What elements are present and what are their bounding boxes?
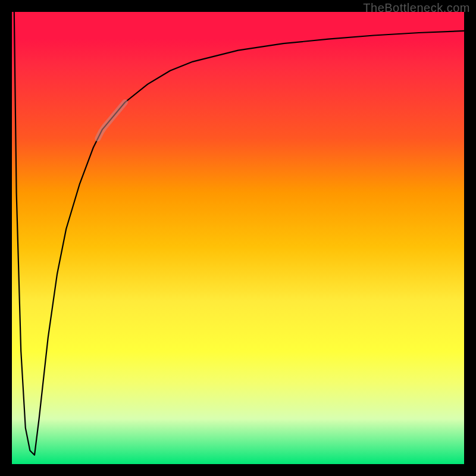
chart-stage: TheBottleneck.com <box>0 0 476 476</box>
bottleneck-curve <box>14 12 464 455</box>
curve-svg <box>12 12 464 464</box>
plot-area <box>12 12 464 464</box>
highlight-segment <box>98 102 125 139</box>
